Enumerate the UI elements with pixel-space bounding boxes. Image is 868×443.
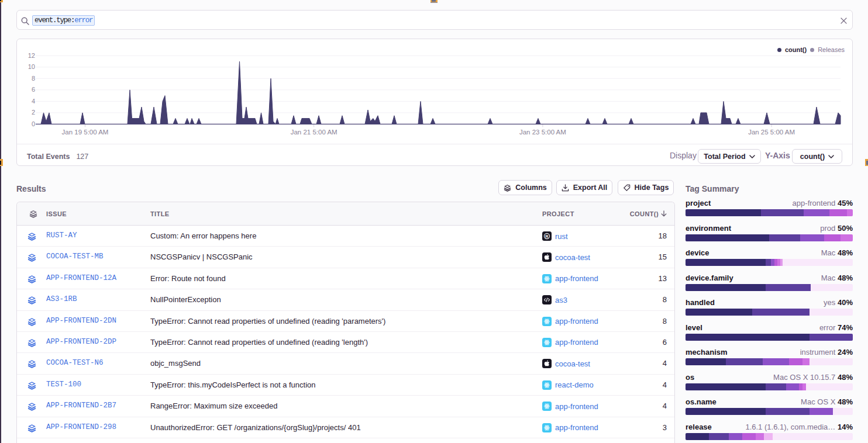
svg-text:R: R [545,234,549,239]
